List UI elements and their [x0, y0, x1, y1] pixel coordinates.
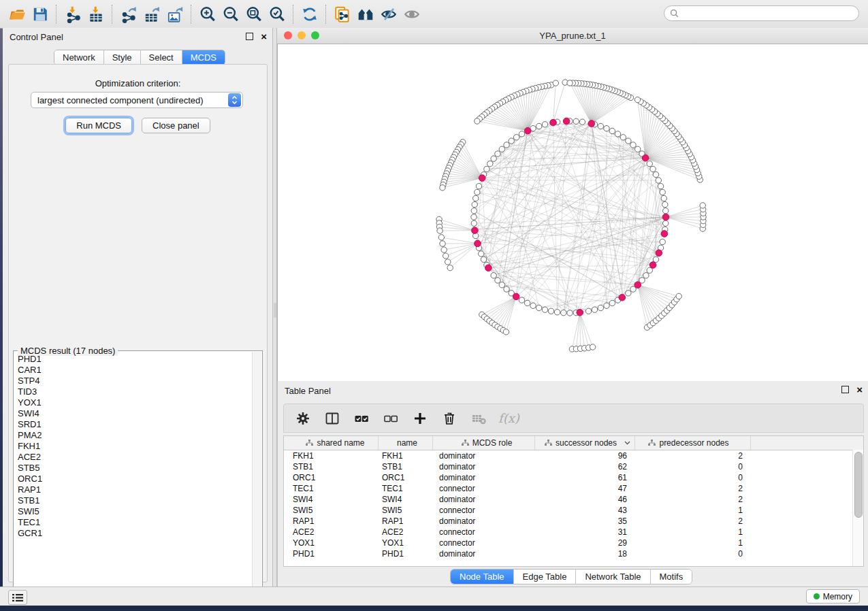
new-network-from-selection-button[interactable]	[331, 4, 354, 24]
network-node[interactable]	[443, 253, 449, 259]
network-node[interactable]	[626, 138, 631, 144]
cell-mcds-role[interactable]: dominator	[433, 516, 535, 527]
tab-select[interactable]: Select	[141, 50, 182, 65]
tab-network[interactable]: Network	[54, 50, 104, 65]
mcds-node[interactable]	[661, 231, 668, 237]
mcds-result-item[interactable]: SWI4	[15, 408, 251, 419]
cell-predecessor-nodes[interactable]: 2	[635, 494, 751, 505]
cell-name[interactable]: STB1	[379, 461, 433, 472]
network-node[interactable]	[604, 303, 609, 308]
cell-successor-nodes[interactable]: 35	[535, 516, 635, 527]
create-column-button[interactable]	[411, 409, 430, 428]
table-scrollbar[interactable]	[852, 450, 863, 566]
network-node[interactable]	[548, 308, 553, 314]
cell-predecessor-nodes[interactable]: 1	[635, 505, 751, 516]
network-node[interactable]	[519, 131, 524, 137]
cell-successor-nodes[interactable]: 43	[535, 505, 635, 516]
network-node[interactable]	[536, 123, 541, 129]
open-file-button[interactable]	[5, 4, 29, 24]
memory-button[interactable]: Memory	[806, 589, 860, 604]
table-row[interactable]: RAP1 RAP1 dominator 35 2	[284, 516, 863, 527]
network-node[interactable]	[484, 166, 489, 171]
network-node[interactable]	[554, 310, 560, 315]
mcds-node[interactable]	[485, 265, 492, 271]
show-column-panel-button[interactable]	[323, 409, 342, 428]
hide-selection-button[interactable]	[377, 4, 400, 24]
mcds-result-item[interactable]: GCR1	[15, 528, 251, 539]
cell-predecessor-nodes[interactable]: 1	[635, 527, 751, 538]
cell-shared-name[interactable]: PHD1	[284, 548, 379, 559]
cell-predecessor-nodes[interactable]: 2	[635, 450, 751, 461]
table-row[interactable]: TEC1 TEC1 connector 47 2	[284, 483, 863, 494]
cell-shared-name[interactable]: RAP1	[284, 516, 379, 527]
mcds-node[interactable]	[475, 240, 481, 247]
network-node[interactable]	[536, 305, 541, 310]
zoom-fit-button[interactable]	[242, 4, 266, 24]
cell-mcds-role[interactable]: connector	[433, 483, 535, 494]
import-network-button[interactable]	[61, 4, 84, 24]
zoom-out-button[interactable]	[219, 4, 242, 24]
network-canvas[interactable]	[277, 44, 868, 381]
table-row[interactable]: SWI4 SWI4 dominator 46 2	[284, 494, 863, 505]
mcds-result-item[interactable]: YOX1	[15, 397, 251, 408]
mcds-result-item[interactable]: TEC1	[15, 517, 251, 528]
cell-mcds-role[interactable]: dominator	[433, 461, 535, 472]
table-row[interactable]: STB1 STB1 dominator 62 0	[284, 461, 863, 472]
export-table-button[interactable]	[140, 4, 163, 24]
network-node[interactable]	[579, 119, 585, 125]
network-node[interactable]	[441, 247, 447, 252]
network-node[interactable]	[567, 80, 573, 86]
network-node[interactable]	[604, 126, 609, 131]
tab-mcds[interactable]: MCDS	[182, 50, 225, 65]
cell-successor-nodes[interactable]: 47	[535, 483, 635, 494]
network-node[interactable]	[609, 128, 615, 133]
network-node[interactable]	[609, 300, 615, 306]
network-node[interactable]	[479, 251, 484, 257]
network-node[interactable]	[598, 123, 603, 129]
network-node[interactable]	[481, 257, 486, 262]
cell-shared-name[interactable]: YOX1	[284, 538, 379, 548]
cell-predecessor-nodes[interactable]: 0	[635, 548, 751, 559]
delete-column-button[interactable]	[440, 409, 459, 428]
optimization-criterion-select[interactable]: largest connected component (undirected)	[31, 92, 243, 108]
run-mcds-button[interactable]: Run MCDS	[65, 118, 132, 133]
network-node[interactable]	[519, 297, 524, 303]
mcds-node[interactable]	[642, 154, 649, 161]
vertical-splitter[interactable]	[272, 28, 277, 587]
mcds-node[interactable]	[563, 118, 570, 125]
cell-shared-name[interactable]: TEC1	[284, 483, 379, 494]
network-node[interactable]	[561, 310, 566, 315]
cell-name[interactable]: FKH1	[379, 450, 433, 461]
network-node[interactable]	[662, 220, 668, 226]
network-node[interactable]	[598, 305, 603, 310]
mcds-scrollbar[interactable]	[252, 352, 261, 600]
column-header-name[interactable]: name	[379, 436, 433, 450]
mcds-node[interactable]	[472, 227, 479, 234]
network-node[interactable]	[592, 307, 597, 312]
cell-name[interactable]: RAP1	[379, 516, 433, 527]
refresh-button[interactable]	[298, 4, 321, 24]
mcds-result-item[interactable]: PMA2	[15, 430, 251, 441]
mcds-result-item[interactable]: SWI5	[15, 506, 251, 517]
cell-name[interactable]: SWI5	[379, 505, 433, 516]
network-node[interactable]	[491, 156, 496, 161]
mcds-result-item[interactable]: STB5	[15, 463, 251, 474]
network-node[interactable]	[660, 189, 665, 195]
task-history-button[interactable]	[8, 590, 27, 605]
table-row[interactable]: PHD1 PHD1 dominator 18 0	[284, 548, 863, 559]
search-input[interactable]	[682, 8, 853, 19]
network-node[interactable]	[499, 146, 504, 152]
first-neighbors-button[interactable]	[354, 4, 377, 24]
network-graph[interactable]	[278, 44, 868, 381]
table-scrollbar-thumb[interactable]	[854, 452, 863, 518]
cell-successor-nodes[interactable]: 96	[535, 450, 635, 461]
cell-successor-nodes[interactable]: 29	[535, 538, 635, 548]
network-node[interactable]	[658, 183, 663, 188]
cell-mcds-role[interactable]: dominator	[433, 494, 535, 505]
network-node[interactable]	[476, 183, 481, 188]
mcds-result-item[interactable]: CAR1	[15, 365, 251, 376]
cell-predecessor-nodes[interactable]: 2	[635, 483, 751, 494]
network-node[interactable]	[567, 310, 573, 316]
network-node[interactable]	[662, 201, 668, 207]
network-node[interactable]	[440, 185, 445, 191]
